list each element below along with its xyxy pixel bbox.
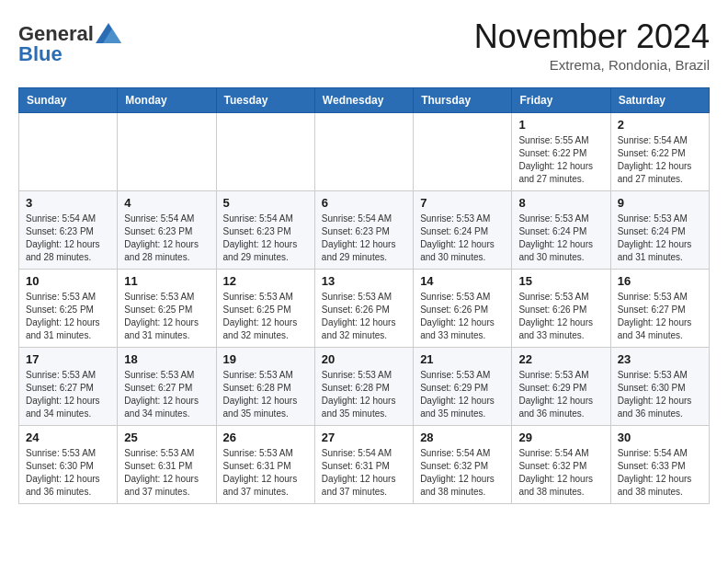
day-number: 24: [26, 431, 110, 444]
day-number: 12: [223, 274, 308, 288]
day-number: 22: [518, 352, 603, 366]
day-number: 5: [223, 196, 308, 210]
calendar-day-cell: 12Sunrise: 5:53 AM Sunset: 6:25 PM Dayli…: [216, 269, 314, 347]
calendar-week-row: 24Sunrise: 5:53 AM Sunset: 6:30 PM Dayli…: [19, 425, 710, 503]
day-info: Sunrise: 5:53 AM Sunset: 6:30 PM Dayligh…: [26, 447, 110, 499]
calendar-day-cell: 10Sunrise: 5:53 AM Sunset: 6:25 PM Dayli…: [19, 269, 118, 347]
day-info: Sunrise: 5:53 AM Sunset: 6:26 PM Dayligh…: [518, 291, 603, 342]
day-header-row: SundayMondayTuesdayWednesdayThursdayFrid…: [19, 87, 710, 112]
day-info: Sunrise: 5:54 AM Sunset: 6:23 PM Dayligh…: [223, 213, 308, 264]
calendar-day-cell: [414, 112, 512, 190]
day-info: Sunrise: 5:53 AM Sunset: 6:25 PM Dayligh…: [223, 291, 308, 342]
day-number: 21: [420, 352, 505, 366]
calendar-day-cell: 3Sunrise: 5:54 AM Sunset: 6:23 PM Daylig…: [19, 190, 118, 269]
day-info: Sunrise: 5:54 AM Sunset: 6:33 PM Dayligh…: [618, 447, 702, 499]
day-info: Sunrise: 5:53 AM Sunset: 6:27 PM Dayligh…: [618, 291, 702, 342]
calendar-day-cell: 16Sunrise: 5:53 AM Sunset: 6:27 PM Dayli…: [610, 269, 709, 347]
day-info: Sunrise: 5:53 AM Sunset: 6:27 PM Dayligh…: [124, 369, 209, 420]
calendar-day-cell: 14Sunrise: 5:53 AM Sunset: 6:26 PM Dayli…: [414, 269, 512, 347]
day-info: Sunrise: 5:53 AM Sunset: 6:24 PM Dayligh…: [420, 213, 505, 264]
calendar-day-cell: 25Sunrise: 5:53 AM Sunset: 6:31 PM Dayli…: [118, 425, 216, 503]
day-number: 10: [26, 274, 110, 288]
calendar-day-cell: [314, 112, 413, 190]
calendar-week-row: 3Sunrise: 5:54 AM Sunset: 6:23 PM Daylig…: [19, 190, 710, 269]
day-of-week-header: Tuesday: [216, 87, 314, 112]
calendar-day-cell: 23Sunrise: 5:53 AM Sunset: 6:30 PM Dayli…: [610, 347, 709, 425]
day-number: 3: [26, 196, 110, 210]
day-info: Sunrise: 5:53 AM Sunset: 6:25 PM Dayligh…: [26, 291, 110, 342]
calendar-day-cell: 19Sunrise: 5:53 AM Sunset: 6:28 PM Dayli…: [216, 347, 314, 425]
calendar-day-cell: 5Sunrise: 5:54 AM Sunset: 6:23 PM Daylig…: [216, 190, 314, 269]
day-info: Sunrise: 5:54 AM Sunset: 6:23 PM Dayligh…: [124, 213, 209, 264]
calendar-day-cell: 29Sunrise: 5:54 AM Sunset: 6:32 PM Dayli…: [512, 425, 610, 503]
day-info: Sunrise: 5:53 AM Sunset: 6:28 PM Dayligh…: [322, 369, 406, 420]
calendar-body: 1Sunrise: 5:55 AM Sunset: 6:22 PM Daylig…: [19, 112, 710, 503]
day-info: Sunrise: 5:53 AM Sunset: 6:24 PM Dayligh…: [618, 213, 702, 264]
calendar-day-cell: [216, 112, 314, 190]
day-number: 11: [124, 274, 209, 288]
day-info: Sunrise: 5:53 AM Sunset: 6:26 PM Dayligh…: [322, 291, 406, 342]
header: General Blue November 2024 Extrema, Rond…: [18, 18, 710, 73]
calendar-day-cell: [19, 112, 118, 190]
calendar-day-cell: 4Sunrise: 5:54 AM Sunset: 6:23 PM Daylig…: [118, 190, 216, 269]
calendar-day-cell: 7Sunrise: 5:53 AM Sunset: 6:24 PM Daylig…: [414, 190, 512, 269]
calendar-day-cell: 28Sunrise: 5:54 AM Sunset: 6:32 PM Dayli…: [414, 425, 512, 503]
calendar-day-cell: 2Sunrise: 5:54 AM Sunset: 6:22 PM Daylig…: [610, 112, 709, 190]
calendar-header: SundayMondayTuesdayWednesdayThursdayFrid…: [19, 87, 710, 112]
calendar-day-cell: 20Sunrise: 5:53 AM Sunset: 6:28 PM Dayli…: [314, 347, 413, 425]
day-number: 15: [518, 274, 603, 288]
logo-icon: [96, 23, 121, 43]
day-info: Sunrise: 5:53 AM Sunset: 6:31 PM Dayligh…: [124, 447, 209, 499]
location-subtitle: Extrema, Rondonia, Brazil: [474, 57, 710, 73]
day-number: 4: [124, 196, 209, 210]
day-number: 20: [322, 352, 406, 366]
day-info: Sunrise: 5:54 AM Sunset: 6:23 PM Dayligh…: [26, 213, 110, 264]
day-number: 8: [518, 196, 603, 210]
calendar-week-row: 17Sunrise: 5:53 AM Sunset: 6:27 PM Dayli…: [19, 347, 710, 425]
day-info: Sunrise: 5:55 AM Sunset: 6:22 PM Dayligh…: [518, 134, 603, 186]
calendar-day-cell: 1Sunrise: 5:55 AM Sunset: 6:22 PM Daylig…: [512, 112, 610, 190]
day-number: 29: [518, 431, 603, 444]
day-number: 26: [223, 431, 308, 444]
day-info: Sunrise: 5:53 AM Sunset: 6:29 PM Dayligh…: [518, 369, 603, 420]
logo: General Blue: [18, 18, 121, 66]
calendar-day-cell: 24Sunrise: 5:53 AM Sunset: 6:30 PM Dayli…: [19, 425, 118, 503]
calendar-day-cell: 21Sunrise: 5:53 AM Sunset: 6:29 PM Dayli…: [414, 347, 512, 425]
day-info: Sunrise: 5:54 AM Sunset: 6:32 PM Dayligh…: [420, 447, 505, 499]
day-number: 28: [420, 431, 505, 444]
day-of-week-header: Friday: [512, 87, 610, 112]
day-number: 14: [420, 274, 505, 288]
calendar-day-cell: [118, 112, 216, 190]
title-area: November 2024 Extrema, Rondonia, Brazil: [474, 18, 710, 73]
day-number: 18: [124, 352, 209, 366]
day-info: Sunrise: 5:53 AM Sunset: 6:25 PM Dayligh…: [124, 291, 209, 342]
day-info: Sunrise: 5:53 AM Sunset: 6:27 PM Dayligh…: [26, 369, 110, 420]
day-info: Sunrise: 5:54 AM Sunset: 6:32 PM Dayligh…: [518, 447, 603, 499]
day-number: 1: [518, 118, 603, 132]
calendar-day-cell: 22Sunrise: 5:53 AM Sunset: 6:29 PM Dayli…: [512, 347, 610, 425]
day-info: Sunrise: 5:53 AM Sunset: 6:28 PM Dayligh…: [223, 369, 308, 420]
calendar-day-cell: 13Sunrise: 5:53 AM Sunset: 6:26 PM Dayli…: [314, 269, 413, 347]
day-number: 2: [618, 118, 702, 132]
day-number: 19: [223, 352, 308, 366]
day-info: Sunrise: 5:54 AM Sunset: 6:22 PM Dayligh…: [618, 134, 702, 186]
day-info: Sunrise: 5:54 AM Sunset: 6:31 PM Dayligh…: [322, 447, 406, 499]
calendar-day-cell: 26Sunrise: 5:53 AM Sunset: 6:31 PM Dayli…: [216, 425, 314, 503]
calendar-day-cell: 11Sunrise: 5:53 AM Sunset: 6:25 PM Dayli…: [118, 269, 216, 347]
day-of-week-header: Saturday: [610, 87, 709, 112]
day-number: 9: [618, 196, 702, 210]
day-info: Sunrise: 5:53 AM Sunset: 6:26 PM Dayligh…: [420, 291, 505, 342]
calendar-day-cell: 30Sunrise: 5:54 AM Sunset: 6:33 PM Dayli…: [610, 425, 709, 503]
calendar-day-cell: 15Sunrise: 5:53 AM Sunset: 6:26 PM Dayli…: [512, 269, 610, 347]
day-info: Sunrise: 5:53 AM Sunset: 6:31 PM Dayligh…: [223, 447, 308, 499]
day-number: 7: [420, 196, 505, 210]
day-number: 30: [618, 431, 702, 444]
calendar-day-cell: 6Sunrise: 5:54 AM Sunset: 6:23 PM Daylig…: [314, 190, 413, 269]
day-number: 27: [322, 431, 406, 444]
calendar-day-cell: 18Sunrise: 5:53 AM Sunset: 6:27 PM Dayli…: [118, 347, 216, 425]
calendar-week-row: 1Sunrise: 5:55 AM Sunset: 6:22 PM Daylig…: [19, 112, 710, 190]
day-number: 23: [618, 352, 702, 366]
day-info: Sunrise: 5:53 AM Sunset: 6:24 PM Dayligh…: [518, 213, 603, 264]
calendar-table: SundayMondayTuesdayWednesdayThursdayFrid…: [18, 87, 710, 504]
day-info: Sunrise: 5:53 AM Sunset: 6:30 PM Dayligh…: [618, 369, 702, 420]
